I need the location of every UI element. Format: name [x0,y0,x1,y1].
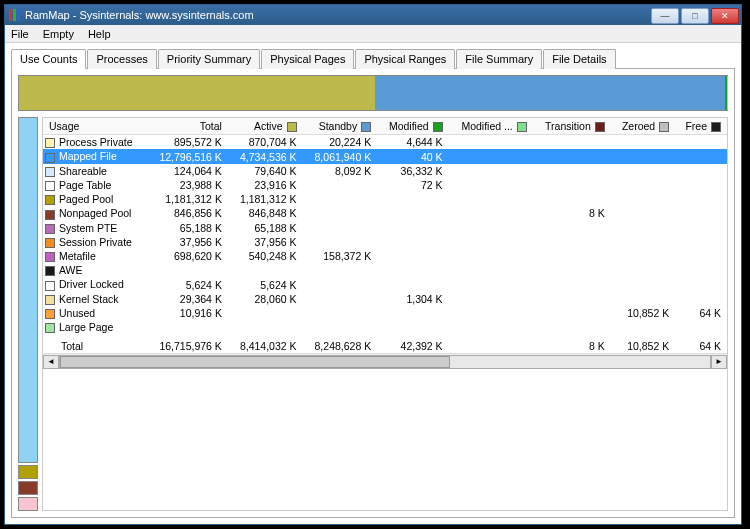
col-usage[interactable]: Usage [43,118,147,135]
cell-modified_np [449,135,533,150]
cell-zeroed [611,192,675,206]
menubar: File Empty Help [5,25,741,43]
cell-standby [303,292,378,306]
cell-free [675,292,727,306]
cell-modified_np [449,292,533,306]
tab-use-counts[interactable]: Use Counts [11,49,86,69]
titlebar[interactable]: RamMap - Sysinternals: www.sysinternals.… [5,5,741,25]
col-modified-np[interactable]: Modified ... [449,118,533,135]
table-row[interactable]: Session Private37,956 K37,956 K [43,235,727,249]
usage-cell: Page Table [43,178,147,192]
cell-standby: 8,061,940 K [303,149,378,163]
cell-zeroed [611,221,675,235]
menu-file[interactable]: File [11,28,29,40]
col-modified[interactable]: Modified [377,118,448,135]
sidebar-swatch [18,481,38,495]
cell-transition [533,178,611,192]
table-row[interactable]: System PTE65,188 K65,188 K [43,221,727,235]
cell-transition [533,263,611,277]
row-swatch-icon [45,281,55,291]
usage-table: Usage Total Active Standby Modified Modi… [43,118,727,353]
table-row[interactable]: Unused10,916 K10,852 K64 K [43,306,727,320]
cell-modified_np [449,192,533,206]
scroll-thumb[interactable] [60,356,450,368]
cell-modified_np [449,320,533,334]
swatch-zeroed-icon [659,122,669,132]
cell-modified: 4,644 K [377,135,448,150]
table-row[interactable]: Metafile698,620 K540,248 K158,372 K [43,249,727,263]
cell-zeroed: 10,852 K [611,306,675,320]
minimize-button[interactable]: — [651,8,679,24]
cell-standby [303,277,378,291]
tab-file-details[interactable]: File Details [543,49,615,69]
cell-transition [533,277,611,291]
table-row[interactable]: Nonpaged Pool846,856 K846,848 K8 K [43,206,727,220]
table-row[interactable]: Driver Locked5,624 K5,624 K [43,277,727,291]
table-row[interactable]: Kernel Stack29,364 K28,060 K1,304 K [43,292,727,306]
total-modified_np [449,334,533,353]
tab-physical-pages[interactable]: Physical Pages [261,49,354,69]
cell-standby: 8,092 K [303,164,378,178]
menu-help[interactable]: Help [88,28,111,40]
cell-active: 540,248 K [228,249,303,263]
table-row[interactable]: AWE [43,263,727,277]
total-row: Total16,715,976 K8,414,032 K8,248,628 K4… [43,334,727,353]
cell-zeroed [611,263,675,277]
row-swatch-icon [45,195,55,205]
cell-free [675,164,727,178]
scroll-track[interactable] [59,355,711,369]
col-active[interactable]: Active [228,118,303,135]
usage-cell: Shareable [43,164,147,178]
table-row[interactable]: Paged Pool1,181,312 K1,181,312 K [43,192,727,206]
total-label: Total [43,334,147,353]
row-swatch-icon [45,138,55,148]
tab-file-summary[interactable]: File Summary [456,49,542,69]
cell-standby [303,221,378,235]
cell-modified: 40 K [377,149,448,163]
col-zeroed[interactable]: Zeroed [611,118,675,135]
scroll-left-icon[interactable]: ◄ [43,355,59,369]
total-zeroed: 10,852 K [611,334,675,353]
cell-modified [377,235,448,249]
cell-modified_np [449,206,533,220]
usage-cell: Nonpaged Pool [43,206,147,220]
window-title: RamMap - Sysinternals: www.sysinternals.… [25,9,254,21]
col-total[interactable]: Total [147,118,228,135]
table-row[interactable]: Mapped File12,796,516 K4,734,536 K8,061,… [43,149,727,163]
table-row[interactable]: Page Table23,988 K23,916 K72 K [43,178,727,192]
swatch-standby-icon [361,122,371,132]
row-swatch-icon [45,252,55,262]
scroll-right-icon[interactable]: ► [711,355,727,369]
table-row[interactable]: Shareable124,064 K79,640 K8,092 K36,332 … [43,164,727,178]
table-row[interactable]: Process Private895,572 K870,704 K20,224 … [43,135,727,150]
table-row[interactable]: Large Page [43,320,727,334]
usage-cell: Mapped File [43,149,147,163]
tab-physical-ranges[interactable]: Physical Ranges [355,49,455,69]
tab-priority-summary[interactable]: Priority Summary [158,49,260,69]
close-button[interactable]: ✕ [711,8,739,24]
menu-empty[interactable]: Empty [43,28,74,40]
cell-active: 846,848 K [228,206,303,220]
cell-modified: 72 K [377,178,448,192]
col-free[interactable]: Free [675,118,727,135]
cell-standby [303,263,378,277]
usage-cell: Metafile [43,249,147,263]
row-swatch-icon [45,224,55,234]
cell-modified [377,249,448,263]
table-container[interactable]: Usage Total Active Standby Modified Modi… [42,117,728,511]
swatch-active-icon [287,122,297,132]
cell-zeroed [611,249,675,263]
swatch-modified-icon [433,122,443,132]
tab-processes[interactable]: Processes [87,49,156,69]
cell-zeroed [611,277,675,291]
cell-standby: 20,224 K [303,135,378,150]
cell-modified_np [449,235,533,249]
cell-zeroed [611,135,675,150]
col-transition[interactable]: Transition [533,118,611,135]
cell-active [228,320,303,334]
col-standby[interactable]: Standby [303,118,378,135]
cell-standby [303,306,378,320]
maximize-button[interactable]: □ [681,8,709,24]
cell-total: 65,188 K [147,221,228,235]
horizontal-scrollbar[interactable]: ◄ ► [43,353,727,369]
